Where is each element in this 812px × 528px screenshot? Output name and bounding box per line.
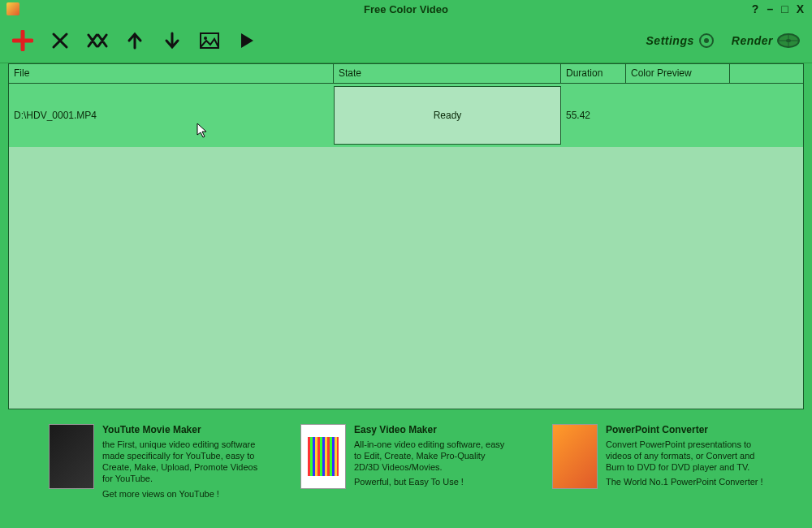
promo-desc: Convert PowerPoint presentations to vide…	[606, 439, 763, 474]
table-row[interactable]: D:\HDV_0001.MP4 Ready 55.42	[9, 84, 803, 147]
arrow-up-icon	[127, 32, 143, 50]
gear-icon	[698, 32, 715, 50]
promo-image	[300, 424, 346, 489]
promo-text: Easy Video Maker All-in-one video editin…	[354, 424, 512, 500]
promo-title: Easy Video Maker	[354, 424, 512, 437]
table-header: File State Duration Color Preview	[9, 64, 803, 84]
promo-tagline: The World No.1 PowerPoint Converter !	[606, 476, 763, 487]
promo-text: YouTute Movie Maker the First, unique vi…	[102, 424, 260, 500]
arrow-down-icon	[164, 32, 180, 50]
render-label: Render	[732, 34, 773, 47]
window-controls: ? – □ X	[750, 2, 806, 15]
promo-tagline: Powerful, but Easy To Use !	[354, 476, 512, 487]
cell-duration: 55.42	[561, 110, 626, 121]
move-down-button[interactable]	[161, 29, 184, 52]
col-header-file[interactable]: File	[9, 64, 334, 83]
promo-tagline: Get more views on YouTube !	[102, 488, 260, 500]
promo-area: YouTute Movie Maker the First, unique vi…	[49, 424, 763, 500]
play-button[interactable]	[235, 29, 258, 52]
close-button[interactable]: X	[795, 2, 806, 15]
table-body: D:\HDV_0001.MP4 Ready 55.42	[9, 84, 803, 409]
play-icon	[239, 32, 255, 50]
window-title: Free Color Video	[364, 3, 448, 15]
file-table: File State Duration Color Preview D:\HDV…	[8, 63, 804, 409]
settings-button[interactable]: Settings	[646, 32, 715, 50]
cell-preview	[626, 84, 730, 147]
svg-point-1	[204, 37, 207, 40]
remove-all-button[interactable]	[86, 29, 109, 52]
promo-desc: All-in-one video editing software, easy …	[354, 439, 512, 474]
promo-title: PowerPoint Converter	[606, 424, 763, 437]
svg-point-3	[704, 38, 709, 43]
titlebar: Free Color Video ? – □ X	[0, 0, 812, 18]
promo-image	[49, 424, 94, 489]
col-header-state[interactable]: State	[334, 64, 561, 83]
settings-label: Settings	[646, 34, 694, 47]
double-x-icon	[87, 32, 108, 50]
maximize-button[interactable]: □	[780, 2, 789, 15]
disc-icon	[776, 31, 801, 50]
image-icon	[200, 32, 219, 49]
promo-text: PowerPoint Converter Convert PowerPoint …	[606, 424, 763, 500]
remove-button[interactable]	[49, 29, 71, 52]
col-header-preview[interactable]: Color Preview	[626, 64, 730, 83]
promo-title: YouTute Movie Maker	[102, 424, 260, 437]
col-header-duration[interactable]: Duration	[561, 64, 626, 83]
plus-icon	[12, 30, 33, 51]
col-header-rest	[730, 64, 803, 83]
app-icon	[6, 2, 19, 15]
cell-state: Ready	[334, 86, 561, 145]
promo-desc: the First, unique video editing software…	[102, 439, 260, 485]
cell-file: D:\HDV_0001.MP4	[9, 110, 334, 121]
minimize-button[interactable]: –	[765, 2, 775, 15]
promo-youtube-movie-maker[interactable]: YouTute Movie Maker the First, unique vi…	[49, 424, 260, 500]
render-button[interactable]: Render	[732, 31, 801, 50]
promo-powerpoint-converter[interactable]: PowerPoint Converter Convert PowerPoint …	[552, 424, 763, 500]
x-icon	[51, 32, 69, 50]
help-button[interactable]: ?	[750, 2, 761, 15]
promo-easy-video-maker[interactable]: Easy Video Maker All-in-one video editin…	[300, 424, 512, 500]
add-button[interactable]	[11, 29, 34, 52]
promo-image	[552, 424, 598, 489]
toolbar: Settings Render	[0, 18, 812, 63]
move-up-button[interactable]	[123, 29, 146, 52]
image-button[interactable]	[198, 29, 221, 52]
